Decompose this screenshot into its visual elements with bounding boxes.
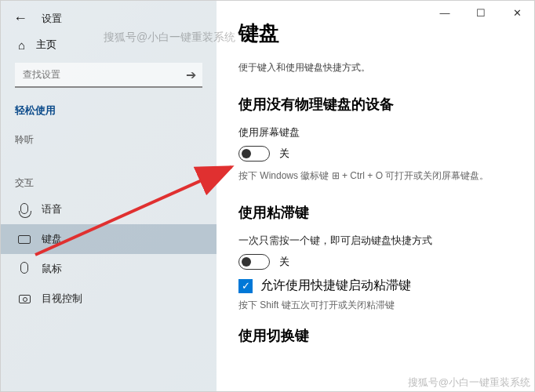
sidebar-item-label: 键盘	[42, 232, 62, 246]
sidebar-item-label: 鼠标	[42, 262, 62, 276]
window-controls: — ☐ ✕	[427, 0, 535, 25]
back-button[interactable]: ←	[13, 10, 27, 27]
sidebar-item-eye-control[interactable]: 目视控制	[1, 284, 217, 314]
group-interaction: 交互	[1, 169, 217, 194]
section-heading: 使用没有物理键盘的设备	[238, 95, 512, 114]
eye-control-icon	[18, 292, 31, 306]
home-icon: ⌂	[18, 38, 25, 52]
page-subtitle: 便于键入和使用键盘快捷方式。	[238, 61, 512, 74]
home-label: 主页	[36, 38, 56, 52]
toggle-state: 关	[279, 255, 289, 269]
toggle-label: 一次只需按一个键，即可启动键盘快捷方式	[238, 234, 512, 248]
category-heading: 轻松使用	[1, 99, 217, 125]
search-input[interactable]	[15, 63, 202, 88]
section-heading: 使用粘滞键	[238, 203, 512, 222]
sidebar-item-mouse[interactable]: 鼠标	[1, 254, 217, 284]
hint-text: 按下 Shift 键五次可打开或关闭粘滞键	[238, 299, 512, 312]
checkbox-label: 允许使用快捷键启动粘滞键	[260, 278, 411, 294]
home-nav[interactable]: ⌂ 主页	[1, 30, 217, 56]
toggle-state: 关	[279, 147, 289, 161]
keyboard-icon	[18, 233, 31, 246]
toggle-label: 使用屏幕键盘	[238, 126, 512, 140]
microphone-icon	[18, 203, 31, 216]
maximize-button[interactable]: ☐	[463, 0, 499, 25]
stickykeys-toggle[interactable]	[238, 254, 270, 270]
window-title: 设置	[42, 12, 62, 26]
search-icon[interactable]: ➔	[186, 67, 196, 82]
close-button[interactable]: ✕	[499, 0, 535, 25]
content-pane: 键盘 便于键入和使用键盘快捷方式。 使用没有物理键盘的设备 使用屏幕键盘 关 按…	[217, 1, 534, 391]
sidebar-item-label: 目视控制	[42, 292, 82, 306]
osk-toggle[interactable]	[238, 146, 270, 162]
sidebar-item-keyboard[interactable]: 键盘	[1, 224, 217, 254]
shortcut-checkbox[interactable]: ✓	[238, 279, 253, 293]
sidebar: ← 设置 ⌂ 主页 ➔ 轻松使用 聆听 交互 语音 键盘 鼠标 目视控制	[1, 1, 217, 391]
hint-text: 按下 Windows 徽标键 ⊞ + Ctrl + O 可打开或关闭屏幕键盘。	[238, 169, 512, 183]
group-hearing: 聆听	[1, 125, 217, 151]
section-heading: 使用切换键	[238, 326, 512, 345]
sidebar-item-label: 语音	[42, 202, 62, 216]
sidebar-item-speech[interactable]: 语音	[1, 194, 217, 224]
minimize-button[interactable]: —	[427, 0, 463, 25]
mouse-icon	[18, 262, 31, 276]
